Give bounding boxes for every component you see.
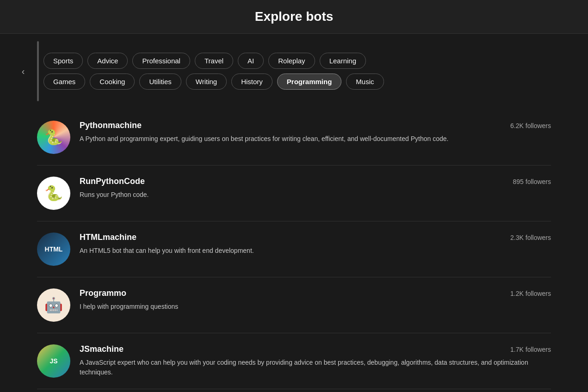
bot-name-htmlmachine: HTMLmachine [80, 233, 136, 242]
bot-description-htmlmachine: An HTML5 bot that can help you with fron… [80, 246, 551, 256]
bot-followers-jsmachine: 1.7K followers [510, 346, 551, 353]
bot-description-jsmachine: A JavaScript expert who can help you wit… [80, 358, 551, 377]
bot-name-pythonmachine: Pythonmachine [80, 121, 142, 130]
bot-item-htmlmachine[interactable]: HTMLHTMLmachine2.3K followersAn HTML5 bo… [37, 221, 551, 277]
category-btn-professional[interactable]: Professional [132, 53, 190, 69]
category-btn-roleplay[interactable]: Roleplay [268, 53, 315, 69]
categories-wrapper: SportsAdviceProfessionalTravelAIRoleplay… [39, 53, 588, 90]
bot-followers-pythonmachine: 6.2K followers [510, 122, 551, 129]
bot-header-jsmachine: JSmachine1.7K followers [80, 344, 551, 354]
category-btn-sports[interactable]: Sports [43, 53, 83, 69]
page-title: Explore bots [0, 9, 588, 24]
categories-section: ‹ SportsAdviceProfessionalTravelAIRolepl… [0, 34, 588, 105]
bot-name-jsmachine: JSmachine [80, 344, 124, 354]
bot-description-runpythoncode: Runs your Python code. [80, 190, 551, 200]
bot-item-programmo[interactable]: 🤖Programmo1.2K followersI help with prog… [37, 277, 551, 333]
category-btn-advice[interactable]: Advice [87, 53, 128, 69]
bot-description-pythonmachine: A Python and programming expert, guiding… [80, 134, 551, 144]
page-header: Explore bots [0, 0, 588, 34]
bot-avatar-runpythoncode: 🐍 [37, 177, 70, 210]
bot-info-runpythoncode: RunPythonCode895 followersRuns your Pyth… [80, 177, 551, 200]
bot-followers-runpythoncode: 895 followers [513, 178, 551, 185]
category-btn-utilities[interactable]: Utilities [139, 74, 181, 90]
bot-header-runpythoncode: RunPythonCode895 followers [80, 177, 551, 186]
category-btn-games[interactable]: Games [43, 74, 85, 90]
back-arrow[interactable]: ‹ [14, 62, 32, 80]
bot-avatar-htmlmachine: HTML [37, 233, 70, 266]
category-btn-music[interactable]: Music [346, 74, 384, 90]
category-btn-programming[interactable]: Programming [277, 74, 342, 90]
bot-info-jsmachine: JSmachine1.7K followersA JavaScript expe… [80, 344, 551, 377]
bot-item-st3v3rinoai[interactable]: 🤖St3v3rinoAI214 followersA happy artific… [37, 389, 551, 392]
bots-list: 🐍Pythonmachine6.2K followersA Python and… [0, 105, 588, 392]
category-btn-history[interactable]: History [231, 74, 272, 90]
bot-header-pythonmachine: Pythonmachine6.2K followers [80, 121, 551, 130]
bot-name-runpythoncode: RunPythonCode [80, 177, 145, 186]
bot-info-programmo: Programmo1.2K followersI help with progr… [80, 288, 551, 312]
bot-item-runpythoncode[interactable]: 🐍RunPythonCode895 followersRuns your Pyt… [37, 165, 551, 221]
category-btn-travel[interactable]: Travel [195, 53, 233, 69]
bot-name-programmo: Programmo [80, 288, 126, 298]
bot-item-pythonmachine[interactable]: 🐍Pythonmachine6.2K followersA Python and… [37, 110, 551, 165]
category-btn-cooking[interactable]: Cooking [90, 74, 135, 90]
bot-description-programmo: I help with programming questions [80, 302, 551, 312]
category-btn-writing[interactable]: Writing [186, 74, 227, 90]
category-btn-ai[interactable]: AI [238, 53, 264, 69]
bot-followers-programmo: 1.2K followers [510, 290, 551, 297]
categories-row-1: SportsAdviceProfessionalTravelAIRoleplay… [43, 53, 583, 69]
bot-header-programmo: Programmo1.2K followers [80, 288, 551, 298]
categories-rows: SportsAdviceProfessionalTravelAIRoleplay… [43, 53, 583, 90]
bot-followers-htmlmachine: 2.3K followers [510, 234, 551, 241]
bot-header-htmlmachine: HTMLmachine2.3K followers [80, 233, 551, 242]
bot-avatar-pythonmachine: 🐍 [37, 121, 70, 154]
bot-avatar-programmo: 🤖 [37, 288, 70, 322]
category-btn-learning[interactable]: Learning [320, 53, 366, 69]
bot-info-pythonmachine: Pythonmachine6.2K followersA Python and … [80, 121, 551, 144]
bot-item-jsmachine[interactable]: JSJSmachine1.7K followersA JavaScript ex… [37, 333, 551, 389]
bot-info-htmlmachine: HTMLmachine2.3K followersAn HTML5 bot th… [80, 233, 551, 256]
categories-row-2: GamesCookingUtilitiesWritingHistoryProgr… [43, 74, 583, 90]
bot-avatar-jsmachine: JS [37, 344, 70, 378]
